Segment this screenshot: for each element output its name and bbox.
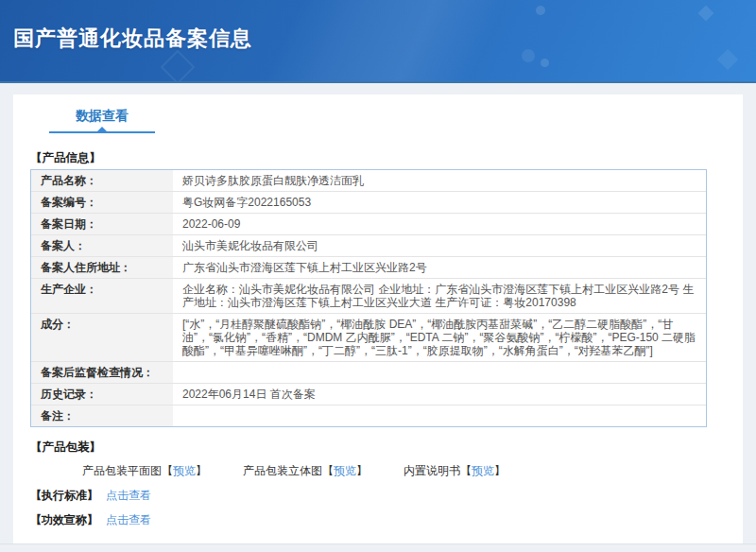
bracket-open: 【 — [322, 464, 334, 477]
product-info-section-title: 【产品信息】 — [30, 150, 726, 166]
bracket-close: 】 — [494, 464, 506, 477]
bracket-open: 【 — [162, 464, 173, 477]
preview-link[interactable]: 预览 — [334, 464, 356, 477]
decoration-cube-icon — [698, 6, 714, 22]
row-value: 粤G妆网备字2022165053 — [173, 192, 706, 213]
tab-data-view[interactable]: 数据查看 — [49, 104, 155, 133]
table-row: 生产企业： 企业名称：汕头市美妮化妆品有限公司 企业地址：广东省汕头市澄海区莲下… — [31, 279, 706, 314]
view-details-link[interactable]: 点击查看 — [106, 512, 151, 528]
table-row: 产品名称： 娇贝诗多肽胶原蛋白靓肤净透洁面乳 — [31, 170, 706, 192]
row-value: 娇贝诗多肽胶原蛋白靓肤净透洁面乳 — [173, 170, 706, 191]
packaging-section-title: 【产品包装】 — [30, 440, 726, 456]
table-row: 备案人： 汕头市美妮化妆品有限公司 — [31, 235, 706, 257]
row-label: 备案编号： — [31, 192, 173, 213]
packaging-item: 产品包装平面图【预览】 — [82, 463, 207, 479]
row-value: 2022-06-09 — [173, 214, 706, 234]
decoration-dot-icon — [522, 49, 535, 62]
extra-sections: 【执行标准】 点击查看 【功效宣称】 点击查看 — [30, 488, 726, 528]
row-value — [173, 405, 706, 426]
bracket-open: 【 — [460, 464, 472, 477]
row-label: 备案日期： — [31, 214, 173, 234]
row-value: 汕头市美妮化妆品有限公司 — [173, 235, 706, 256]
extra-section-label: 【执行标准】 — [30, 488, 98, 504]
row-label: 备案后监督检查情况： — [31, 362, 173, 383]
row-value: 企业名称：汕头市美妮化妆品有限公司 企业地址：广东省汕头市澄海区莲下镇上村工业区… — [173, 279, 706, 313]
page-header-banner: 国产普通化妆品备案信息 — [0, 0, 756, 83]
page-footer: 本站由国家药品监督管理局主办 版权所有 Copyright © NMPA All… — [0, 543, 756, 552]
decoration-dot-icon — [536, 6, 545, 15]
row-label: 历史记录： — [31, 384, 173, 405]
extra-section-row: 【执行标准】 点击查看 — [30, 488, 726, 504]
packaging-item: 内置说明书【预览】 — [404, 463, 506, 479]
packaging-item: 产品包装立体图【预览】 — [243, 463, 368, 479]
packaging-section: 【产品包装】 产品包装平面图【预览】 产品包装立体图【预览】 内置说明书【预览】 — [30, 440, 726, 479]
row-label: 成分： — [31, 314, 173, 361]
table-row: 历史记录： 2022年06月14日 首次备案 — [31, 384, 706, 405]
content-card: 数据查看 【产品信息】 产品名称： 娇贝诗多肽胶原蛋白靓肤净透洁面乳 备案编号：… — [13, 95, 743, 543]
preview-link[interactable]: 预览 — [173, 464, 196, 477]
view-details-link[interactable]: 点击查看 — [106, 488, 151, 504]
decoration-dot-icon — [541, 59, 549, 67]
extra-section-row: 【功效宣称】 点击查看 — [30, 512, 726, 528]
bracket-close: 】 — [196, 464, 207, 477]
row-value: 2022年06月14日 首次备案 — [173, 384, 706, 405]
extra-section-label: 【功效宣称】 — [30, 512, 98, 528]
table-row: 备案后监督检查情况： — [31, 362, 706, 384]
decoration-cube-icon — [717, 49, 739, 71]
row-value: [“水”，“月桂醇聚醚硫酸酯钠”，“椰油酰胺 DEA”，“椰油酰胺丙基甜菜碱”，… — [173, 314, 706, 361]
table-row: 备案人住所地址： 广东省汕头市澄海区莲下镇上村工业区兴业路2号 — [31, 257, 706, 279]
packaging-item-label: 产品包装平面图 — [82, 464, 162, 477]
row-value — [173, 362, 706, 383]
row-label: 生产企业： — [31, 279, 173, 313]
table-row: 备注： — [31, 405, 706, 426]
preview-link[interactable]: 预览 — [472, 464, 494, 477]
packaging-item-label: 产品包装立体图 — [243, 464, 322, 477]
packaging-item-label: 内置说明书 — [404, 464, 460, 477]
product-info-table: 产品名称： 娇贝诗多肽胶原蛋白靓肤净透洁面乳 备案编号： 粤G妆网备字20221… — [30, 169, 707, 427]
table-row: 备案编号： 粤G妆网备字2022165053 — [31, 192, 706, 214]
row-value: 广东省汕头市澄海区莲下镇上村工业区兴业路2号 — [173, 257, 706, 278]
decoration-square-outline-icon — [161, 50, 196, 83]
row-label: 备案人： — [31, 235, 173, 256]
page-title: 国产普通化妆品备案信息 — [13, 25, 252, 53]
row-label: 备案人住所地址： — [31, 257, 173, 278]
row-label: 备注： — [31, 405, 173, 426]
bracket-close: 】 — [356, 464, 368, 477]
table-row: 成分： [“水”，“月桂醇聚醚硫酸酯钠”，“椰油酰胺 DEA”，“椰油酰胺丙基甜… — [31, 314, 706, 362]
packaging-items: 产品包装平面图【预览】 产品包装立体图【预览】 内置说明书【预览】 — [30, 463, 726, 479]
table-row: 备案日期： 2022-06-09 — [31, 214, 706, 235]
row-label: 产品名称： — [31, 170, 173, 191]
